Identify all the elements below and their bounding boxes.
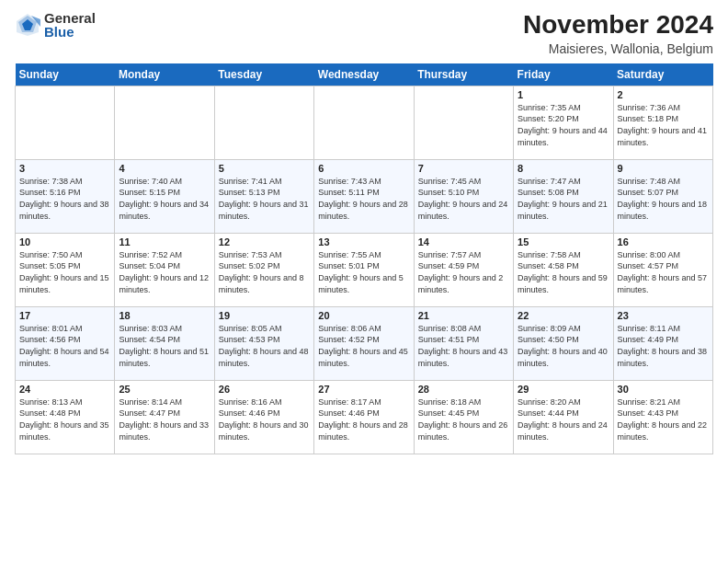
day-cell	[16, 86, 115, 159]
header-friday: Friday	[514, 63, 613, 86]
day-info: Sunrise: 8:21 AM Sunset: 4:43 PM Dayligh…	[618, 396, 709, 442]
day-info: Sunrise: 7:52 AM Sunset: 5:04 PM Dayligh…	[119, 249, 210, 295]
date-number: 10	[19, 236, 110, 247]
day-info: Sunrise: 7:38 AM Sunset: 5:16 PM Dayligh…	[19, 176, 110, 222]
logo-icon	[15, 12, 40, 38]
day-info: Sunrise: 7:35 AM Sunset: 5:20 PM Dayligh…	[518, 102, 609, 148]
date-number: 15	[518, 236, 609, 247]
calendar-body: 1Sunrise: 7:35 AM Sunset: 5:20 PM Daylig…	[16, 86, 713, 454]
date-number: 22	[518, 310, 609, 321]
date-number: 16	[618, 236, 709, 247]
day-cell: 1Sunrise: 7:35 AM Sunset: 5:20 PM Daylig…	[514, 86, 613, 159]
day-info: Sunrise: 7:58 AM Sunset: 4:58 PM Dayligh…	[518, 249, 609, 295]
date-number: 21	[418, 310, 509, 321]
day-info: Sunrise: 7:55 AM Sunset: 5:01 PM Dayligh…	[318, 249, 409, 295]
day-info: Sunrise: 7:36 AM Sunset: 5:18 PM Dayligh…	[618, 102, 709, 148]
day-cell: 23Sunrise: 8:11 AM Sunset: 4:49 PM Dayli…	[613, 306, 712, 380]
day-cell: 8Sunrise: 7:47 AM Sunset: 5:08 PM Daylig…	[514, 159, 613, 233]
date-number: 11	[119, 236, 210, 247]
day-cell: 18Sunrise: 8:03 AM Sunset: 4:54 PM Dayli…	[115, 306, 214, 380]
day-info: Sunrise: 8:16 AM Sunset: 4:46 PM Dayligh…	[219, 396, 310, 442]
date-number: 23	[618, 310, 709, 321]
day-info: Sunrise: 8:18 AM Sunset: 4:45 PM Dayligh…	[418, 396, 509, 442]
day-info: Sunrise: 7:53 AM Sunset: 5:02 PM Dayligh…	[219, 249, 310, 295]
day-cell: 14Sunrise: 7:57 AM Sunset: 4:59 PM Dayli…	[414, 233, 513, 306]
day-info: Sunrise: 7:57 AM Sunset: 4:59 PM Dayligh…	[418, 249, 509, 295]
day-cell: 11Sunrise: 7:52 AM Sunset: 5:04 PM Dayli…	[115, 233, 214, 306]
day-cell: 4Sunrise: 7:40 AM Sunset: 5:15 PM Daylig…	[115, 159, 214, 233]
day-cell: 26Sunrise: 8:16 AM Sunset: 4:46 PM Dayli…	[214, 380, 313, 454]
day-info: Sunrise: 8:00 AM Sunset: 4:57 PM Dayligh…	[618, 249, 709, 295]
calendar-container: General Blue November 2024 Maisieres, Wa…	[0, 0, 728, 563]
day-cell: 21Sunrise: 8:08 AM Sunset: 4:51 PM Dayli…	[414, 306, 513, 380]
header-saturday: Saturday	[613, 63, 712, 86]
date-number: 24	[19, 384, 110, 395]
week-row-2: 10Sunrise: 7:50 AM Sunset: 5:05 PM Dayli…	[16, 233, 713, 306]
calendar-table: Sunday Monday Tuesday Wednesday Thursday…	[15, 63, 713, 454]
day-info: Sunrise: 8:13 AM Sunset: 4:48 PM Dayligh…	[19, 396, 110, 442]
day-cell: 24Sunrise: 8:13 AM Sunset: 4:48 PM Dayli…	[16, 380, 115, 454]
day-cell: 2Sunrise: 7:36 AM Sunset: 5:18 PM Daylig…	[613, 86, 712, 159]
day-info: Sunrise: 8:09 AM Sunset: 4:50 PM Dayligh…	[518, 323, 609, 369]
day-cell: 9Sunrise: 7:48 AM Sunset: 5:07 PM Daylig…	[613, 159, 712, 233]
day-info: Sunrise: 8:17 AM Sunset: 4:46 PM Dayligh…	[318, 396, 409, 442]
day-info: Sunrise: 8:01 AM Sunset: 4:56 PM Dayligh…	[19, 323, 110, 369]
day-cell: 30Sunrise: 8:21 AM Sunset: 4:43 PM Dayli…	[613, 380, 712, 454]
date-number: 2	[618, 89, 709, 100]
day-cell: 6Sunrise: 7:43 AM Sunset: 5:11 PM Daylig…	[314, 159, 414, 233]
date-number: 20	[318, 310, 409, 321]
day-info: Sunrise: 7:50 AM Sunset: 5:05 PM Dayligh…	[19, 249, 110, 295]
date-number: 29	[518, 384, 609, 395]
date-number: 28	[418, 384, 509, 395]
date-number: 19	[219, 310, 310, 321]
day-cell: 5Sunrise: 7:41 AM Sunset: 5:13 PM Daylig…	[214, 159, 313, 233]
logo-general: General	[44, 11, 96, 25]
date-number: 3	[19, 163, 110, 174]
day-cell	[115, 86, 214, 159]
day-cell: 29Sunrise: 8:20 AM Sunset: 4:44 PM Dayli…	[514, 380, 613, 454]
day-cell: 16Sunrise: 8:00 AM Sunset: 4:57 PM Dayli…	[613, 233, 712, 306]
date-number: 6	[318, 163, 409, 174]
day-cell: 10Sunrise: 7:50 AM Sunset: 5:05 PM Dayli…	[16, 233, 115, 306]
day-info: Sunrise: 8:20 AM Sunset: 4:44 PM Dayligh…	[518, 396, 609, 442]
date-number: 26	[219, 384, 310, 395]
day-info: Sunrise: 7:47 AM Sunset: 5:08 PM Dayligh…	[518, 176, 609, 222]
day-info: Sunrise: 8:11 AM Sunset: 4:49 PM Dayligh…	[618, 323, 709, 369]
day-cell: 12Sunrise: 7:53 AM Sunset: 5:02 PM Dayli…	[214, 233, 313, 306]
date-number: 13	[318, 236, 409, 247]
day-info: Sunrise: 8:08 AM Sunset: 4:51 PM Dayligh…	[418, 323, 509, 369]
date-number: 12	[219, 236, 310, 247]
title-block: November 2024 Maisieres, Wallonia, Belgi…	[523, 11, 713, 56]
day-cell: 22Sunrise: 8:09 AM Sunset: 4:50 PM Dayli…	[514, 306, 613, 380]
day-cell	[214, 86, 313, 159]
date-number: 1	[518, 89, 609, 100]
date-number: 4	[119, 163, 210, 174]
week-row-3: 17Sunrise: 8:01 AM Sunset: 4:56 PM Dayli…	[16, 306, 713, 380]
date-number: 9	[618, 163, 709, 174]
header-monday: Monday	[115, 63, 214, 86]
logo-blue: Blue	[44, 25, 96, 39]
day-cell: 17Sunrise: 8:01 AM Sunset: 4:56 PM Dayli…	[16, 306, 115, 380]
page-header: General Blue November 2024 Maisieres, Wa…	[15, 11, 713, 56]
logo-text: General Blue	[44, 11, 96, 39]
logo: General Blue	[15, 11, 96, 39]
day-info: Sunrise: 8:03 AM Sunset: 4:54 PM Dayligh…	[119, 323, 210, 369]
date-number: 18	[119, 310, 210, 321]
day-cell: 7Sunrise: 7:45 AM Sunset: 5:10 PM Daylig…	[414, 159, 513, 233]
date-number: 17	[19, 310, 110, 321]
day-cell: 15Sunrise: 7:58 AM Sunset: 4:58 PM Dayli…	[514, 233, 613, 306]
day-cell: 19Sunrise: 8:05 AM Sunset: 4:53 PM Dayli…	[214, 306, 313, 380]
date-number: 7	[418, 163, 509, 174]
header-wednesday: Wednesday	[314, 63, 414, 86]
day-cell	[314, 86, 414, 159]
date-number: 5	[219, 163, 310, 174]
date-number: 14	[418, 236, 509, 247]
day-info: Sunrise: 8:06 AM Sunset: 4:52 PM Dayligh…	[318, 323, 409, 369]
date-number: 8	[518, 163, 609, 174]
day-info: Sunrise: 7:41 AM Sunset: 5:13 PM Dayligh…	[219, 176, 310, 222]
day-info: Sunrise: 8:05 AM Sunset: 4:53 PM Dayligh…	[219, 323, 310, 369]
week-row-1: 3Sunrise: 7:38 AM Sunset: 5:16 PM Daylig…	[16, 159, 713, 233]
day-info: Sunrise: 8:14 AM Sunset: 4:47 PM Dayligh…	[119, 396, 210, 442]
date-number: 30	[618, 384, 709, 395]
header-row: Sunday Monday Tuesday Wednesday Thursday…	[16, 63, 713, 86]
